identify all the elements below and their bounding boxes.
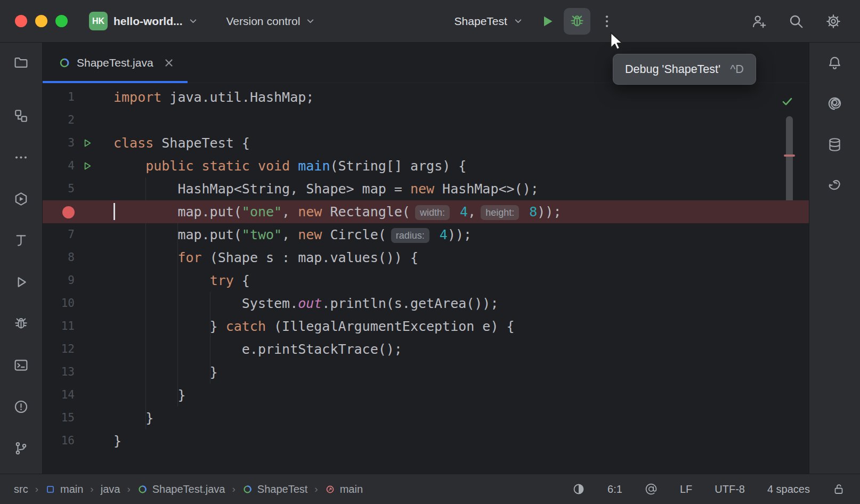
code-text: System.out.println(s.getArea()); [113, 292, 809, 315]
search-everywhere-button[interactable] [783, 8, 809, 35]
debug-button[interactable] [564, 8, 590, 35]
line-separator-widget[interactable]: LF [680, 483, 692, 495]
vcs-widget[interactable]: Version control [221, 11, 321, 32]
code-line[interactable]: 9 try { [43, 269, 809, 292]
line-number[interactable]: 8 [43, 246, 75, 269]
code-token: Circle( [322, 227, 386, 242]
line-number[interactable] [43, 200, 75, 223]
tool-window-run-button[interactable] [9, 274, 34, 290]
breadcrumb-java[interactable]: java [101, 483, 120, 495]
tool-window-debug-button[interactable] [9, 315, 34, 331]
tool-window-services-button[interactable] [9, 191, 34, 207]
line-number[interactable]: 3 [43, 132, 75, 155]
unlock-icon[interactable] [832, 483, 845, 495]
minimize-window-button[interactable] [35, 15, 47, 27]
settings-button[interactable] [820, 8, 847, 35]
encoding-widget[interactable]: UTF-8 [715, 483, 745, 495]
gutter[interactable]: 3 [43, 132, 113, 155]
breadcrumbs: src›main›java›ShapeTest.java›ShapeTest›m… [14, 483, 363, 495]
code-line[interactable]: 15 } [43, 407, 809, 429]
tool-window-terminal-button[interactable] [9, 357, 34, 373]
at-sign-icon[interactable] [645, 483, 658, 495]
run-button[interactable] [534, 8, 561, 35]
gutter[interactable]: 5 [43, 177, 113, 200]
code-line[interactable]: 8 for (Shape s : map.values()) { [43, 246, 809, 269]
breadcrumb-label: java [101, 483, 120, 495]
code-line[interactable]: 16} [43, 429, 809, 452]
gutter[interactable]: 14 [43, 384, 113, 407]
tool-window-notifications-button[interactable] [822, 54, 848, 70]
line-number[interactable]: 16 [43, 429, 75, 452]
gutter[interactable]: 8 [43, 246, 113, 269]
gutter[interactable]: 2 [43, 109, 113, 132]
code-with-me-button[interactable] [745, 8, 772, 35]
breadcrumb-shapetest-java[interactable]: ShapeTest.java [137, 483, 225, 495]
inlay-hint: height: [481, 205, 519, 220]
line-number[interactable]: 15 [43, 407, 75, 429]
code-line[interactable]: 3class ShapeTest { [43, 132, 809, 155]
gutter[interactable]: 10 [43, 292, 113, 315]
breadcrumb-src[interactable]: src [14, 483, 28, 495]
tab-shapetest-java[interactable]: ShapeTest.java [43, 43, 188, 83]
code-line[interactable]: 13 } [43, 361, 809, 384]
code-line[interactable]: 11 } catch (IllegalArgumentException e) … [43, 315, 809, 338]
code-line[interactable]: 5 HashMap<String, Shape> map = new HashM… [43, 177, 809, 200]
tool-window-problems-button[interactable] [9, 399, 34, 414]
gutter[interactable] [43, 200, 113, 223]
line-number[interactable]: 7 [43, 223, 75, 246]
breadcrumb-main[interactable]: main [45, 483, 83, 495]
run-icon [13, 274, 29, 290]
tool-window-more-tool-windows-button[interactable] [9, 149, 34, 165]
contrast-icon[interactable] [572, 483, 585, 495]
code-line[interactable]: 7 map.put("two", new Circle(radius: 4)); [43, 223, 809, 246]
line-number[interactable]: 5 [43, 177, 75, 200]
line-number[interactable]: 11 [43, 315, 75, 338]
gutter[interactable]: 12 [43, 338, 113, 361]
run-gutter-icon[interactable] [75, 160, 99, 172]
breakpoint-dot[interactable] [62, 206, 75, 218]
tool-window-bookmarks-button[interactable] [9, 232, 34, 248]
tool-window-gradle-button[interactable] [822, 177, 848, 193]
tool-window-database-button[interactable] [822, 136, 848, 152]
code-editor[interactable]: 1import java.util.HashMap;23class ShapeT… [43, 83, 809, 474]
gutter[interactable]: 9 [43, 269, 113, 292]
gutter[interactable]: 1 [43, 86, 113, 109]
code-line[interactable]: 10 System.out.println(s.getArea()); [43, 292, 809, 315]
tool-window-structure-button[interactable] [9, 108, 34, 124]
caret-position-widget[interactable]: 6:1 [607, 483, 622, 495]
code-line[interactable]: 2 [43, 109, 809, 132]
line-number[interactable]: 4 [43, 155, 75, 177]
code-line[interactable]: 4 public static void main(String[] args)… [43, 155, 809, 177]
gutter[interactable]: 13 [43, 361, 113, 384]
gutter[interactable]: 15 [43, 407, 113, 429]
code-line[interactable]: 14 } [43, 384, 809, 407]
fullscreen-window-button[interactable] [55, 15, 68, 27]
tool-window-version-control-button[interactable] [9, 440, 34, 456]
run-config-widget[interactable]: ShapeTest [443, 11, 528, 32]
breadcrumb-shapetest[interactable]: ShapeTest [242, 483, 308, 495]
breadcrumb-main[interactable]: main [325, 483, 363, 495]
code-line[interactable]: 12 e.printStackTrace(); [43, 338, 809, 361]
gutter[interactable]: 7 [43, 223, 113, 246]
gutter[interactable]: 11 [43, 315, 113, 338]
code-line[interactable]: map.put("one", new Rectangle(width: 4,he… [43, 200, 809, 223]
line-number[interactable]: 2 [43, 109, 75, 132]
line-number[interactable]: 14 [43, 384, 75, 407]
line-number[interactable]: 10 [43, 292, 75, 315]
line-number[interactable]: 13 [43, 361, 75, 384]
tool-window-project-button[interactable] [9, 54, 34, 70]
run-gutter-icon[interactable] [75, 137, 99, 149]
line-number[interactable]: 1 [43, 86, 75, 109]
close-tab-icon[interactable] [163, 57, 175, 69]
tooltip-shortcut: ^D [730, 63, 744, 76]
gutter[interactable]: 16 [43, 429, 113, 452]
line-number[interactable]: 12 [43, 338, 75, 361]
line-number[interactable]: 9 [43, 269, 75, 292]
tool-window-ai-assistant-button[interactable] [822, 95, 848, 111]
indent-widget[interactable]: 4 spaces [767, 483, 810, 495]
text-caret [113, 203, 115, 220]
code-line[interactable]: 1import java.util.HashMap; [43, 86, 809, 109]
close-window-button[interactable] [15, 15, 27, 27]
gutter[interactable]: 4 [43, 155, 113, 177]
project-widget[interactable]: HK hello-world... [84, 7, 203, 35]
